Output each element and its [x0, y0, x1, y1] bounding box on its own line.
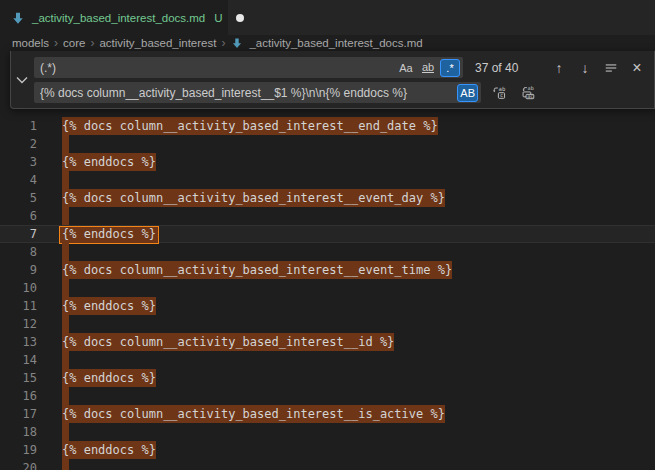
- find-match-highlight: {% enddocs %}: [62, 297, 156, 315]
- code-text: {% enddocs %}: [62, 297, 156, 315]
- tab-activity-docs[interactable]: _activity_based_interest_docs.md U: [0, 0, 228, 35]
- code-line[interactable]: 10: [0, 279, 655, 297]
- svg-text:c: c: [500, 92, 503, 98]
- code-line[interactable]: 11{% enddocs %}: [0, 297, 655, 315]
- line-number: 14: [0, 351, 37, 369]
- code-text: [62, 351, 69, 369]
- code-line[interactable]: 1{% docs column__activity_based_interest…: [0, 117, 655, 135]
- find-nav-buttons: ↑ ↓ ×: [544, 58, 648, 78]
- find-in-selection-icon[interactable]: [600, 58, 622, 78]
- find-row: (.*) Aa ab .* 37 of 40 ↑ ↓: [34, 57, 648, 78]
- code-text: [62, 243, 69, 261]
- line-number: 2: [0, 135, 37, 153]
- code-line[interactable]: 8: [0, 243, 655, 261]
- line-number: 5: [0, 189, 37, 207]
- find-match-highlight: {% enddocs %}: [62, 369, 156, 387]
- line-number: 7: [0, 225, 37, 243]
- empty-line-match-highlight: [62, 423, 69, 441]
- find-input-value: (.*): [40, 61, 392, 75]
- empty-line-match-highlight: [62, 459, 69, 470]
- replace-input-value: {% docs column__activity_based_interest_…: [40, 86, 453, 100]
- find-match-highlight: {% docs column__activity_based_interest_…: [62, 261, 452, 279]
- toggle-replace-button[interactable]: [11, 51, 32, 108]
- git-status-badge: U: [214, 12, 222, 24]
- code-line[interactable]: 14: [0, 351, 655, 369]
- breadcrumb-item-core[interactable]: core: [63, 37, 85, 49]
- svg-text:ab: ab: [498, 86, 505, 92]
- line-number: 4: [0, 171, 37, 189]
- replace-button[interactable]: ab c: [488, 83, 510, 103]
- replace-all-button[interactable]: ab ac: [517, 83, 539, 103]
- find-match-highlight: {% docs column__activity_based_interest_…: [62, 333, 394, 351]
- code-line[interactable]: 7{% enddocs %}: [0, 225, 655, 243]
- line-number: 9: [0, 261, 37, 279]
- line-number: 13: [0, 333, 37, 351]
- line-number: 3: [0, 153, 37, 171]
- find-options: Aa ab .*: [396, 59, 460, 77]
- empty-line-match-highlight: [62, 279, 69, 297]
- vscode-window: _activity_based_interest_docs.md U model…: [0, 0, 655, 470]
- empty-line-match-highlight: [62, 135, 69, 153]
- breadcrumb-separator: ›: [90, 36, 94, 50]
- code-text: [62, 459, 69, 470]
- code-line[interactable]: 15{% enddocs %}: [0, 369, 655, 387]
- breadcrumb: models › core › activity_based_interest …: [0, 35, 655, 51]
- svg-text:ab: ab: [527, 85, 533, 91]
- replace-input[interactable]: {% docs column__activity_based_interest_…: [34, 82, 481, 103]
- code-line[interactable]: 16: [0, 387, 655, 405]
- current-find-match: {% enddocs %}: [59, 226, 159, 244]
- empty-line-match-highlight: [62, 387, 69, 405]
- line-number: 10: [0, 279, 37, 297]
- code-text: {% enddocs %}: [62, 153, 156, 171]
- find-widget-rows: (.*) Aa ab .* 37 of 40 ↑ ↓: [32, 51, 654, 108]
- empty-line-match-highlight: [62, 171, 69, 189]
- tab-title: _activity_based_interest_docs.md: [32, 12, 205, 24]
- close-icon[interactable]: ×: [626, 58, 648, 78]
- breadcrumb-item-models[interactable]: models: [12, 37, 49, 49]
- match-case-toggle[interactable]: Aa: [396, 59, 416, 77]
- code-line[interactable]: 17{% docs column__activity_based_interes…: [0, 405, 655, 423]
- code-text: [62, 207, 69, 225]
- code-line[interactable]: 9{% docs column__activity_based_interest…: [0, 261, 655, 279]
- previous-match-button[interactable]: ↑: [548, 58, 570, 78]
- line-number: 17: [0, 405, 37, 423]
- find-match-highlight: {% enddocs %}: [62, 153, 156, 171]
- code-text: [62, 279, 69, 297]
- modified-indicator-dot[interactable]: [236, 14, 244, 22]
- code-line[interactable]: 6: [0, 207, 655, 225]
- find-widget: (.*) Aa ab .* 37 of 40 ↑ ↓: [10, 51, 655, 109]
- find-match-highlight: {% docs column__activity_based_interest_…: [62, 405, 445, 423]
- code-text: {% enddocs %}: [62, 441, 156, 459]
- breadcrumb-item-file[interactable]: _activity_based_interest_docs.md: [249, 37, 422, 49]
- code-line[interactable]: 3{% enddocs %}: [0, 153, 655, 171]
- markdown-file-icon: [230, 36, 244, 50]
- code-line[interactable]: 12: [0, 315, 655, 333]
- next-match-button[interactable]: ↓: [574, 58, 596, 78]
- code-line[interactable]: 5{% docs column__activity_based_interest…: [0, 189, 655, 207]
- line-number: 18: [0, 423, 37, 441]
- code-line[interactable]: 2: [0, 135, 655, 153]
- code-line[interactable]: 18: [0, 423, 655, 441]
- line-number: 16: [0, 387, 37, 405]
- breadcrumb-item-activity-based-interest[interactable]: activity_based_interest: [99, 37, 216, 49]
- tab-bar: _activity_based_interest_docs.md U: [0, 0, 655, 35]
- code-line[interactable]: 19{% enddocs %}: [0, 441, 655, 459]
- regex-toggle[interactable]: .*: [440, 59, 460, 77]
- code-line[interactable]: 4: [0, 171, 655, 189]
- find-match-highlight: {% docs column__activity_based_interest_…: [62, 189, 445, 207]
- whole-word-toggle[interactable]: ab: [418, 59, 438, 77]
- whole-word-label: ab: [422, 62, 434, 73]
- code-lines: 1{% docs column__activity_based_interest…: [0, 117, 655, 470]
- editor[interactable]: (.*) Aa ab .* 37 of 40 ↑ ↓: [0, 51, 655, 470]
- empty-line-match-highlight: [62, 351, 69, 369]
- empty-line-match-highlight: [62, 243, 69, 261]
- code-text: {% enddocs %}: [62, 369, 156, 387]
- find-match-highlight: {% enddocs %}: [62, 441, 156, 459]
- code-text: [62, 315, 69, 333]
- code-line[interactable]: 20: [0, 459, 655, 470]
- code-line[interactable]: 13{% docs column__activity_based_interes…: [0, 333, 655, 351]
- line-number: 20: [0, 459, 37, 470]
- preserve-case-toggle[interactable]: AB: [457, 84, 478, 102]
- replace-row: {% docs column__activity_based_interest_…: [34, 82, 648, 103]
- find-input[interactable]: (.*) Aa ab .*: [34, 57, 463, 78]
